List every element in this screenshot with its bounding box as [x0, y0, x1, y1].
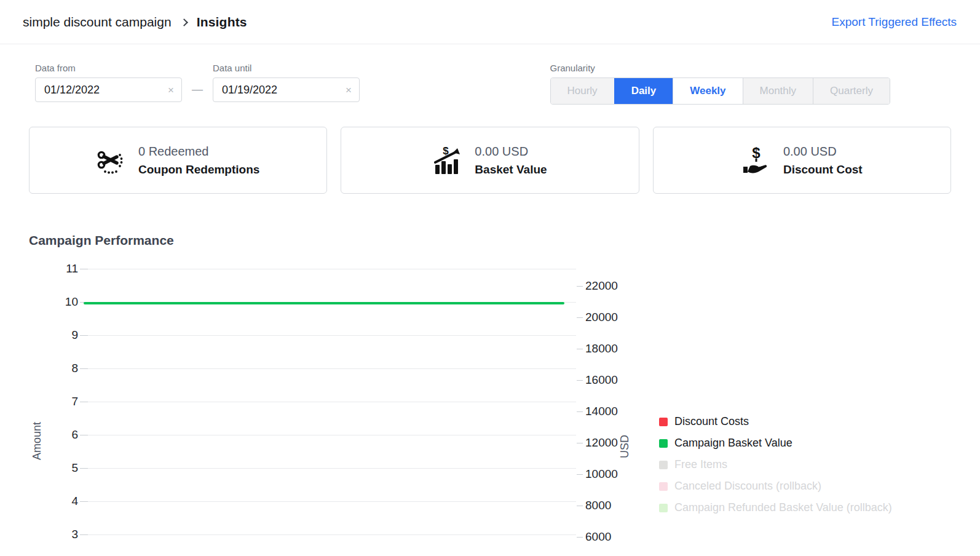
page-title: Insights [197, 15, 247, 30]
export-triggered-effects-link[interactable]: Export Triggered Effects [832, 15, 957, 29]
stat-cards-row: 0 Redeemed Coupon Redemptions $ 0.00 USD… [0, 105, 980, 194]
coupon-scissors-icon [97, 146, 126, 175]
legend-item-campaign-refunded-basket-value-rollback-[interactable]: Campaign Refunded Basket Value (rollback… [659, 501, 892, 514]
legend-item-label: Campaign Refunded Basket Value (rollback… [674, 501, 892, 514]
right-tick-mark [577, 474, 583, 475]
gridline [80, 435, 576, 435]
date-from-label: Data from [35, 63, 182, 73]
right-axis-tick-label: 10000 [585, 467, 618, 481]
coupon-redemptions-value: 0 Redeemed [138, 145, 259, 159]
left-tick-mark [80, 335, 88, 336]
legend-item-label: Canceled Discounts (rollback) [674, 480, 821, 493]
right-axis-tick-label: 6000 [585, 530, 611, 544]
left-tick-mark [80, 435, 88, 435]
granularity-weekly-button[interactable]: Weekly [673, 78, 742, 104]
granularity-quarterly-button: Quarterly [813, 78, 890, 104]
granularity-hourly-button: Hourly [551, 78, 614, 104]
discount-cost-card: $ 0.00 USD Discount Cost [653, 127, 951, 194]
discount-cost-icon: $ [741, 146, 771, 175]
clear-date-from-icon[interactable]: × [168, 85, 174, 95]
date-until-input[interactable] [222, 84, 326, 97]
left-tick-mark [80, 368, 88, 369]
coupon-redemptions-card: 0 Redeemed Coupon Redemptions [29, 127, 327, 194]
legend-swatch-icon [659, 439, 668, 448]
legend-item-campaign-basket-value[interactable]: Campaign Basket Value [659, 437, 892, 450]
legend-swatch-icon [659, 418, 668, 426]
gridline [80, 368, 576, 369]
left-axis-tick-label: 3 [0, 528, 78, 541]
date-range-group: Data from × — Data until × [35, 63, 360, 102]
date-range-separator: — [192, 83, 203, 102]
left-axis-tick-label: 4 [0, 494, 78, 508]
date-from-input[interactable] [44, 84, 149, 97]
gridline [80, 501, 576, 502]
left-tick-mark [80, 402, 88, 402]
basket-value-card: $ 0.00 USD Basket Value [341, 127, 639, 194]
right-tick-mark [577, 380, 583, 381]
right-tick-mark [577, 537, 583, 538]
date-from-field: Data from × [35, 63, 182, 102]
right-axis-title: USD [618, 427, 631, 466]
basket-value-icon: $ [433, 146, 462, 175]
left-tick-mark [80, 269, 88, 269]
granularity-daily-button[interactable]: Daily [614, 78, 673, 104]
page-header: simple discount campaign Insights Export… [0, 0, 980, 44]
right-axis-tick-label: 22000 [585, 279, 618, 293]
coupon-redemptions-label: Coupon Redemptions [138, 163, 259, 177]
left-axis-tick-label: 7 [0, 395, 78, 408]
discount-cost-value: 0.00 USD [783, 145, 863, 159]
left-axis-tick-label: 9 [0, 328, 78, 342]
legend-item-label: Free Items [674, 458, 727, 471]
left-axis-tick-label: 8 [0, 362, 78, 375]
basket-value-value: 0.00 USD [475, 145, 547, 159]
right-axis-tick-label: 8000 [585, 499, 611, 512]
basket-value-label: Basket Value [475, 163, 547, 177]
date-until-field: Data until × [213, 63, 360, 102]
legend-item-free-items[interactable]: Free Items [659, 458, 892, 471]
left-axis-title: Amount [31, 410, 44, 472]
left-axis-tick-label: 11 [0, 263, 78, 276]
breadcrumb: simple discount campaign Insights [23, 15, 247, 30]
right-axis-tick-label: 14000 [585, 405, 618, 418]
legend-swatch-icon [659, 461, 668, 469]
gridline [80, 402, 576, 402]
granularity-group: Granularity HourlyDailyWeeklyMonthlyQuar… [550, 63, 891, 105]
legend-swatch-icon [659, 504, 668, 512]
legend-item-canceled-discounts-rollback-[interactable]: Canceled Discounts (rollback) [659, 480, 892, 493]
left-axis-tick-label: 10 [0, 295, 78, 309]
legend-item-label: Discount Costs [674, 415, 749, 428]
filters-row: Data from × — Data until × Granularity H… [0, 44, 980, 105]
legend-item-label: Campaign Basket Value [674, 437, 792, 450]
gridline [80, 335, 576, 336]
left-tick-mark [80, 468, 88, 469]
right-axis-tick-label: 12000 [585, 436, 618, 450]
legend-swatch-icon [659, 482, 668, 491]
right-axis-tick-label: 16000 [585, 373, 618, 387]
chart-title: Campaign Performance [29, 233, 980, 248]
granularity-segmented-control: HourlyDailyWeeklyMonthlyQuarterly [550, 77, 891, 105]
gridline [80, 468, 576, 469]
gridline [80, 269, 576, 269]
right-tick-mark [577, 506, 583, 506]
right-tick-mark [577, 443, 583, 443]
granularity-label: Granularity [550, 63, 891, 73]
right-tick-mark [577, 349, 583, 349]
chevron-right-icon [180, 18, 188, 26]
series-line-campaign-basket-value [84, 302, 564, 304]
svg-text:$: $ [443, 146, 449, 157]
gridline [80, 534, 576, 535]
discount-cost-label: Discount Cost [783, 163, 863, 177]
campaign-performance-chart: 1110987654322000200001800016000140001200… [0, 263, 980, 556]
date-until-label: Data until [213, 63, 360, 73]
legend-item-discount-costs[interactable]: Discount Costs [659, 415, 892, 428]
granularity-monthly-button: Monthly [743, 78, 813, 104]
right-axis-tick-label: 18000 [585, 342, 618, 355]
right-axis-tick-label: 20000 [585, 311, 618, 324]
left-tick-mark [80, 501, 88, 502]
left-tick-mark [80, 534, 88, 535]
right-tick-mark [577, 317, 583, 318]
clear-date-until-icon[interactable]: × [346, 85, 352, 95]
right-tick-mark [577, 286, 583, 287]
right-tick-mark [577, 411, 583, 412]
breadcrumb-campaign-link[interactable]: simple discount campaign [23, 15, 172, 30]
